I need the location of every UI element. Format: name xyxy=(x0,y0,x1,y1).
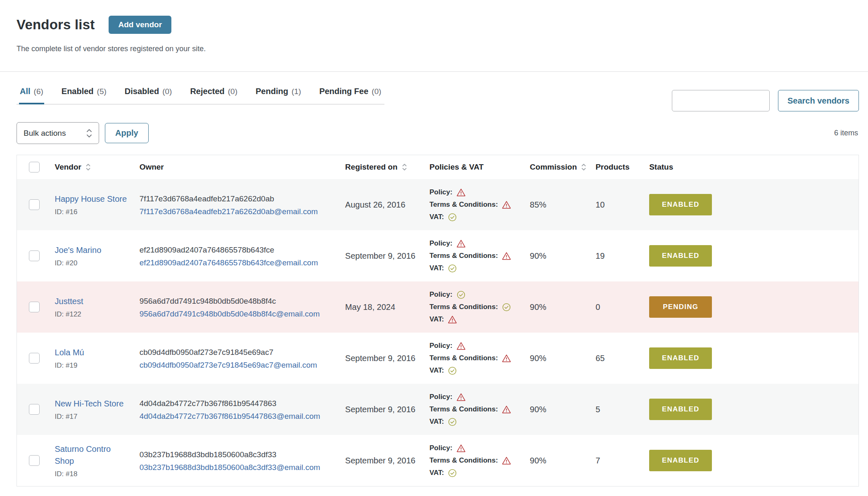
commission-cell: 90% xyxy=(530,281,595,333)
terms-status-icon xyxy=(502,354,511,363)
registered-date: August 26, 2016 xyxy=(345,200,406,209)
vendor-id: ID: #16 xyxy=(55,208,130,216)
owner-email-link[interactable]: 956a6d7dd7491c948b0db5d0e48b8f4c@email.c… xyxy=(140,309,320,319)
policy-status-icon xyxy=(456,392,466,402)
row-checkbox[interactable] xyxy=(29,455,40,466)
terms-status-icon xyxy=(502,251,511,261)
vendor-id: ID: #18 xyxy=(55,470,130,478)
tab-pending[interactable]: Pending (1) xyxy=(255,85,302,104)
bulk-actions-select[interactable]: Bulk actions xyxy=(17,122,99,144)
products-value: 0 xyxy=(595,302,600,312)
search-vendors-button[interactable]: Search vendors xyxy=(778,90,859,111)
row-checkbox[interactable] xyxy=(29,199,40,210)
tab-enabled[interactable]: Enabled (5) xyxy=(61,85,107,104)
status-badge[interactable]: ENABLED xyxy=(649,245,712,267)
sort-registered-header[interactable]: Registered on xyxy=(345,163,408,172)
products-cell: 10 xyxy=(595,179,649,230)
status-tabs: All (6) Enabled (5) Disabled (0) Rejecte… xyxy=(17,85,384,104)
vendor-id: ID: #20 xyxy=(55,259,130,267)
row-checkbox[interactable] xyxy=(29,404,40,415)
page-header: Vendors list Add vendor xyxy=(17,16,859,34)
status-cell: PENDING xyxy=(649,281,859,333)
owner-email-link[interactable]: 7f117e3d6768a4eadfeb217a6262d0ab@email.c… xyxy=(140,207,318,216)
terms-status-icon xyxy=(502,405,511,414)
vendor-cell: Saturno Contro Shop ID: #18 xyxy=(55,435,140,487)
vendor-name-link[interactable]: Justtest xyxy=(55,295,83,307)
table-row: Justtest ID: #122 956a6d7dd7491c948b0db5… xyxy=(17,281,859,333)
add-vendor-button[interactable]: Add vendor xyxy=(109,16,171,34)
owner-email-link[interactable]: ef21d8909ad2407a764865578b643fce@email.c… xyxy=(140,258,318,267)
products-cell: 0 xyxy=(595,281,649,333)
vendor-name-link[interactable]: Joe's Marino xyxy=(55,244,102,256)
tab-disabled[interactable]: Disabled (0) xyxy=(124,85,173,104)
vendor-cell: Justtest ID: #122 xyxy=(55,281,140,333)
commission-cell: 85% xyxy=(530,179,595,230)
terms-status-icon xyxy=(502,200,511,210)
owner-hash: 956a6d7dd7491c948b0db5d0e48b8f4c xyxy=(140,295,345,307)
commission-value: 90% xyxy=(530,302,546,312)
status-badge[interactable]: PENDING xyxy=(649,296,712,318)
bulk-actions-selected-value: Bulk actions xyxy=(24,129,66,138)
row-checkbox[interactable] xyxy=(29,302,40,312)
tab-count: (6) xyxy=(34,87,43,96)
registered-date: September 9, 2016 xyxy=(345,456,415,465)
owner-hash: 7f117e3d6768a4eadfeb217a6262d0ab xyxy=(140,193,345,205)
sort-commission-header[interactable]: Commission xyxy=(530,163,587,172)
registered-date: September 9, 2016 xyxy=(345,251,415,260)
search-input[interactable] xyxy=(672,90,770,111)
tab-label: Pending Fee xyxy=(319,87,368,96)
policy-label: Policy: xyxy=(429,391,453,403)
apply-button[interactable]: Apply xyxy=(105,123,149,143)
tab-label: Enabled xyxy=(62,87,94,96)
column-header-policies: Policies & VAT xyxy=(429,163,484,171)
policy-status-icon xyxy=(456,239,466,248)
toolbar-row: Bulk actions Apply 6 items xyxy=(17,122,859,144)
status-badge[interactable]: ENABLED xyxy=(649,194,712,215)
header-divider xyxy=(0,71,868,72)
vendor-cell: Joe's Marino ID: #20 xyxy=(55,230,140,281)
bulk-actions-group: Bulk actions Apply xyxy=(17,122,149,144)
tab-pending-fee[interactable]: Pending Fee (0) xyxy=(318,85,382,104)
policies-cell: Policy: Terms & Conditions: VAT: xyxy=(429,384,530,435)
vendors-table: Vendor Owner Registered on xyxy=(17,155,859,487)
policies-cell: Policy: Terms & Conditions: VAT: xyxy=(429,179,530,230)
policy-status-icon xyxy=(456,188,466,197)
row-checkbox[interactable] xyxy=(29,250,40,261)
vendor-name-link[interactable]: Lola Mú xyxy=(55,347,84,359)
terms-label: Terms & Conditions: xyxy=(429,352,498,364)
vendor-name-link[interactable]: New Hi-Tech Store xyxy=(55,398,124,410)
select-all-checkbox[interactable] xyxy=(29,162,40,172)
owner-cell: 03b237b19688d3bdb1850600a8c3df33 03b237b… xyxy=(140,435,345,487)
column-header-status: Status xyxy=(649,163,673,171)
owner-hash: 4d04da2b4772c77b367f861b95447863 xyxy=(140,398,345,410)
policy-label: Policy: xyxy=(429,442,453,454)
policy-label: Policy: xyxy=(429,288,453,301)
tab-rejected[interactable]: Rejected (0) xyxy=(189,85,238,104)
commission-cell: 90% xyxy=(530,435,595,487)
vendors-page: Vendors list Add vendor The complete lis… xyxy=(0,0,868,487)
policies-cell: Policy: Terms & Conditions: VAT: xyxy=(429,333,530,384)
registered-cell: May 18, 2024 xyxy=(345,281,429,333)
registered-cell: August 26, 2016 xyxy=(345,179,429,230)
owner-email-link[interactable]: 4d04da2b4772c77b367f861b95447863@email.c… xyxy=(140,412,320,421)
status-badge[interactable]: ENABLED xyxy=(649,347,712,369)
status-badge[interactable]: ENABLED xyxy=(649,450,712,471)
vendor-name-link[interactable]: Saturno Contro Shop xyxy=(55,443,130,467)
owner-email-link[interactable]: cb09d4dfb0950af273e7c91845e69ac7@email.c… xyxy=(140,361,317,370)
vat-status-icon xyxy=(448,366,457,376)
terms-label: Terms & Conditions: xyxy=(429,250,498,262)
column-header-products: Products xyxy=(595,163,629,171)
owner-email-link[interactable]: 03b237b19688d3bdb1850600a8c3df33@email.c… xyxy=(140,463,320,472)
policies-cell: Policy: Terms & Conditions: VAT: xyxy=(429,435,530,487)
products-value: 7 xyxy=(595,456,600,465)
vendor-name-link[interactable]: Happy House Store xyxy=(55,193,127,205)
sort-vendor-header[interactable]: Vendor xyxy=(55,163,91,172)
page-title: Vendors list xyxy=(17,17,95,33)
row-checkbox[interactable] xyxy=(29,353,40,364)
select-chevrons-icon xyxy=(85,128,93,139)
registered-cell: September 9, 2016 xyxy=(345,435,429,487)
tab-all[interactable]: All (6) xyxy=(19,85,44,104)
vat-label: VAT: xyxy=(429,262,444,274)
status-cell: ENABLED xyxy=(649,179,859,230)
status-badge[interactable]: ENABLED xyxy=(649,399,712,420)
